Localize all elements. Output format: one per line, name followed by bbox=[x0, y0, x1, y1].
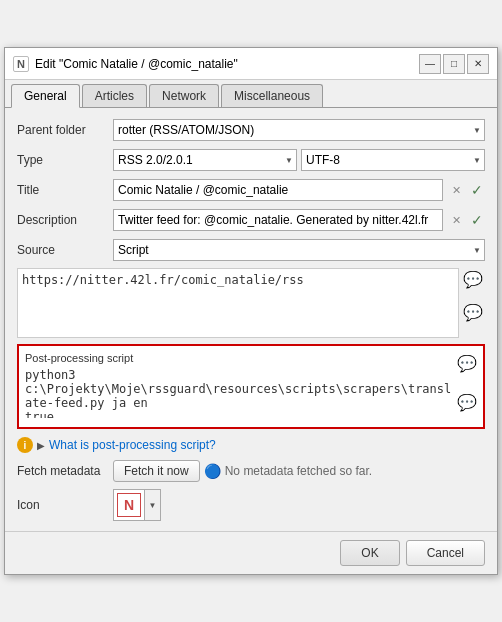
tab-general[interactable]: General bbox=[11, 84, 80, 108]
type-label: Type bbox=[17, 153, 107, 167]
type-select[interactable]: RSS 2.0/2.0.1 bbox=[113, 149, 297, 171]
no-metadata-text: No metadata fetched so far. bbox=[225, 464, 372, 478]
title-bar: N Edit "Comic Natalie / @comic_natalie" … bbox=[5, 48, 497, 80]
parent-folder-select[interactable]: rotter (RSS/ATOM/JSON) bbox=[113, 119, 485, 141]
title-input[interactable] bbox=[114, 180, 442, 200]
source-label: Source bbox=[17, 243, 107, 257]
tab-bar: General Articles Network Miscellaneous bbox=[5, 80, 497, 108]
post-processing-wrapper: Post-processing script python3 c:\Projek… bbox=[25, 352, 477, 421]
post-processing-section: Post-processing script python3 c:\Projek… bbox=[17, 344, 485, 429]
encoding-select[interactable]: UTF-8 bbox=[301, 149, 485, 171]
metadata-info-icon: 🔵 bbox=[204, 463, 221, 479]
dialog-footer: OK Cancel bbox=[5, 531, 497, 574]
encoding-select-wrapper: UTF-8 bbox=[301, 149, 485, 171]
tab-miscellaneous[interactable]: Miscellaneous bbox=[221, 84, 323, 107]
source-row: Source Script bbox=[17, 238, 485, 262]
minimize-button[interactable]: — bbox=[419, 54, 441, 74]
comment-icon-bottom[interactable]: 💬 bbox=[463, 303, 483, 322]
fetch-metadata-row: Fetch metadata Fetch it now 🔵 No metadat… bbox=[17, 459, 485, 483]
what-is-link[interactable]: What is post-processing script? bbox=[49, 438, 216, 452]
parent-folder-label: Parent folder bbox=[17, 123, 107, 137]
app-icon: N bbox=[13, 56, 29, 72]
parent-folder-control: rotter (RSS/ATOM/JSON) bbox=[113, 119, 485, 141]
type-control: RSS 2.0/2.0.1 UTF-8 bbox=[113, 149, 485, 171]
fetch-metadata-control: Fetch it now 🔵 No metadata fetched so fa… bbox=[113, 460, 485, 482]
tab-content: Parent folder rotter (RSS/ATOM/JSON) Typ… bbox=[5, 108, 497, 531]
source-url-wrapper: https://nitter.42l.fr/comic_natalie/rss … bbox=[17, 268, 485, 338]
window-controls: — □ ✕ bbox=[419, 54, 489, 74]
parent-folder-select-wrapper: rotter (RSS/ATOM/JSON) bbox=[113, 119, 485, 141]
description-control: ✕ ✓ bbox=[113, 209, 485, 231]
title-confirm-button[interactable]: ✓ bbox=[469, 182, 485, 198]
fetch-metadata-label: Fetch metadata bbox=[17, 464, 107, 478]
icon-dropdown-button[interactable]: ▼ bbox=[145, 489, 161, 521]
tab-network[interactable]: Network bbox=[149, 84, 219, 107]
title-control: ✕ ✓ bbox=[113, 179, 485, 201]
post-processing-side-icons: 💬 💬 bbox=[457, 352, 477, 412]
description-label: Description bbox=[17, 213, 107, 227]
description-input-wrapper bbox=[113, 209, 443, 231]
title-clear-button[interactable]: ✕ bbox=[447, 181, 465, 199]
source-control: Script bbox=[113, 239, 485, 261]
icon-inner: N bbox=[117, 493, 141, 517]
title-row: Title ✕ ✓ bbox=[17, 178, 485, 202]
description-confirm-button[interactable]: ✓ bbox=[469, 212, 485, 228]
source-select[interactable]: Script bbox=[113, 239, 485, 261]
type-select-wrapper: RSS 2.0/2.0.1 bbox=[113, 149, 297, 171]
post-processing-comment-icon-bottom[interactable]: 💬 bbox=[457, 393, 477, 412]
what-is-row: i ▶ What is post-processing script? bbox=[17, 437, 485, 453]
fetch-now-button[interactable]: Fetch it now bbox=[113, 460, 200, 482]
cancel-button[interactable]: Cancel bbox=[406, 540, 485, 566]
info-icon[interactable]: i bbox=[17, 437, 33, 453]
parent-folder-row: Parent folder rotter (RSS/ATOM/JSON) bbox=[17, 118, 485, 142]
description-row: Description ✕ ✓ bbox=[17, 208, 485, 232]
description-input[interactable] bbox=[114, 210, 442, 230]
post-processing-comment-icon-top[interactable]: 💬 bbox=[457, 354, 477, 373]
post-processing-label: Post-processing script bbox=[25, 352, 453, 364]
icon-preview[interactable]: N bbox=[113, 489, 145, 521]
post-processing-textarea[interactable]: python3 c:\Projekty\Moje\rssguard\resour… bbox=[25, 368, 453, 418]
comment-icon-top[interactable]: 💬 bbox=[463, 270, 483, 289]
source-url-side-icons: 💬 💬 bbox=[463, 268, 483, 322]
type-row: Type RSS 2.0/2.0.1 UTF-8 bbox=[17, 148, 485, 172]
ok-button[interactable]: OK bbox=[340, 540, 399, 566]
source-select-wrapper: Script bbox=[113, 239, 485, 261]
edit-dialog: N Edit "Comic Natalie / @comic_natalie" … bbox=[4, 47, 498, 575]
icon-control: N ▼ bbox=[113, 489, 161, 521]
description-clear-button[interactable]: ✕ bbox=[447, 211, 465, 229]
maximize-button[interactable]: □ bbox=[443, 54, 465, 74]
tab-articles[interactable]: Articles bbox=[82, 84, 147, 107]
icon-label: Icon bbox=[17, 498, 107, 512]
close-button[interactable]: ✕ bbox=[467, 54, 489, 74]
dialog-title: Edit "Comic Natalie / @comic_natalie" bbox=[35, 57, 413, 71]
title-input-wrapper bbox=[113, 179, 443, 201]
icon-row: Icon N ▼ bbox=[17, 489, 485, 521]
source-url-textarea[interactable]: https://nitter.42l.fr/comic_natalie/rss bbox=[17, 268, 459, 338]
post-processing-inner: Post-processing script python3 c:\Projek… bbox=[25, 352, 453, 421]
title-label: Title bbox=[17, 183, 107, 197]
expand-arrow-icon[interactable]: ▶ bbox=[37, 440, 45, 451]
